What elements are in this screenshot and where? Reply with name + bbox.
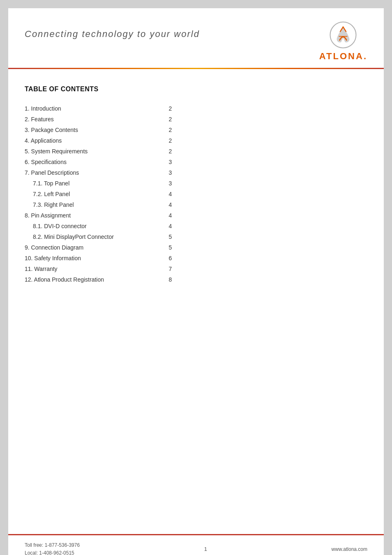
atlona-logo-icon [329,21,357,49]
toc-item-page: 2 [168,135,181,146]
page: Connecting technology to your world ATLO… [8,8,384,555]
main-content: TABLE OF CONTENTS 1. Introduction22. Fea… [8,69,384,534]
toc-row: 8.2. Mini DisplayPort Connector5 [25,231,181,242]
toc-row: 7.1. Top Panel3 [25,178,181,189]
toc-row: 7.3. Right Panel4 [25,199,181,210]
toc-item-page: 8 [168,274,181,285]
toc-item-label: 5. System Requirements [25,146,168,157]
toc-item-label: 12. Atlona Product Registration [25,274,168,285]
toc-item-label: 9. Connection Diagram [25,242,168,253]
toc-row: 5. System Requirements2 [25,146,181,157]
toc-row: 8. Pin Assignment4 [25,210,181,221]
toc-item-page: 3 [168,178,181,189]
toc-table: 1. Introduction22. Features23. Package C… [25,103,181,285]
toc-row: 6. Specifications3 [25,157,181,167]
toc-item-label: 7.3. Right Panel [25,199,168,210]
header: Connecting technology to your world ATLO… [8,8,384,62]
toc-item-label: 3. Package Contents [25,125,168,135]
toc-item-page: 3 [168,157,181,167]
local-number: Local: 1-408-962-0515 [25,549,80,555]
toc-item-page: 2 [168,103,181,114]
tagline: Connecting technology to your world [25,21,200,39]
footer-website: www.atlona.com [332,546,367,552]
toc-item-page: 2 [168,146,181,157]
toc-item-label: 8. Pin Assignment [25,210,168,221]
toc-item-label: 4. Applications [25,135,168,146]
toc-row: 2. Features2 [25,114,181,125]
atlona-brand-name: ATLONA [319,51,364,61]
toc-item-page: 3 [168,167,181,178]
atlona-logo-text: ATLONA. [319,51,367,62]
toc-row: 12. Atlona Product Registration8 [25,274,181,285]
toc-row: 8.1. DVI-D connector4 [25,221,181,231]
toc-item-page: 4 [168,189,181,199]
toc-item-label: 8.1. DVI-D connector [25,221,168,231]
toc-row: 10. Safety Information6 [25,253,181,264]
footer-contact: Toll free: 1-877-536-3976 Local: 1-408-9… [25,541,80,555]
toc-item-page: 7 [168,264,181,274]
toc-item-label: 7. Panel Descriptions [25,167,168,178]
toc-item-page: 4 [168,221,181,231]
toc-item-label: 10. Safety Information [25,253,168,264]
toc-item-label: 8.2. Mini DisplayPort Connector [25,231,168,242]
toc-row: 9. Connection Diagram5 [25,242,181,253]
toc-item-page: 6 [168,253,181,264]
toc-row: 1. Introduction2 [25,103,181,114]
toc-item-label: 7.2. Left Panel [25,189,168,199]
toc-item-label: 1. Introduction [25,103,168,114]
toc-row: 11. Warranty7 [25,264,181,274]
toc-item-page: 2 [168,125,181,135]
toc-item-label: 11. Warranty [25,264,168,274]
toc-row: 3. Package Contents2 [25,125,181,135]
toc-title: TABLE OF CONTENTS [25,86,367,93]
toll-free: Toll free: 1-877-536-3976 [25,541,80,549]
toc-row: 4. Applications2 [25,135,181,146]
logo-area: ATLONA. [319,21,367,62]
toc-item-page: 4 [168,210,181,221]
footer-page-number: 1 [204,546,207,552]
toc-item-page: 4 [168,199,181,210]
toc-row: 7.2. Left Panel4 [25,189,181,199]
toc-item-page: 5 [168,242,181,253]
toc-row: 7. Panel Descriptions3 [25,167,181,178]
atlona-dot: . [364,51,367,61]
toc-item-page: 2 [168,114,181,125]
toc-item-label: 7.1. Top Panel [25,178,168,189]
toc-item-label: 2. Features [25,114,168,125]
toc-item-label: 6. Specifications [25,157,168,167]
toc-item-page: 5 [168,231,181,242]
footer: Toll free: 1-877-536-3976 Local: 1-408-9… [8,534,384,555]
